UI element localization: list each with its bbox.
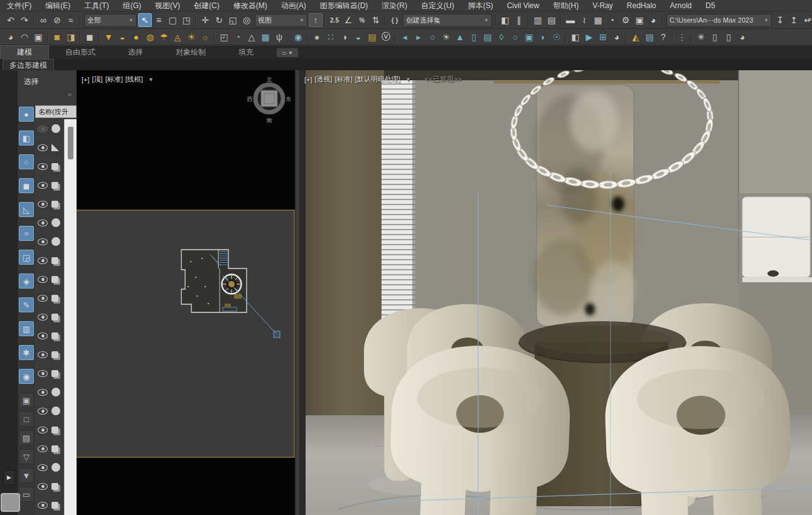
window1-icon[interactable]: ◧ [569,30,582,44]
camera-add-icon[interactable]: ◂ [398,30,412,44]
eye-icon[interactable] [38,144,48,151]
filter-frozen-icon[interactable]: ✱ [19,345,34,360]
eye-icon[interactable] [38,201,48,208]
collapse-chevrons[interactable]: » [68,90,72,98]
top-viewport-canvas[interactable]: 北 东 南 西 [77,70,295,515]
menu-item-vray[interactable]: V-Ray [585,1,620,10]
menu-item-animation[interactable]: 动画(A) [274,1,313,11]
tree-icon[interactable]: ▲ [453,30,467,44]
eye-icon[interactable] [38,220,48,226]
viewport-label-part-1[interactable]: [透视] [315,75,333,84]
door-icon[interactable]: ▯ [467,30,481,44]
eye-icon[interactable] [38,389,48,396]
list-item[interactable] [35,213,64,232]
bulb2-icon[interactable]: ☉ [550,30,564,44]
menu-item-civil-view[interactable]: Civil View [500,1,547,10]
export-file-icon[interactable]: ↥ [787,13,801,27]
video-camera-icon[interactable]: ◼ [83,30,97,44]
filter-cameras-icon[interactable]: ◼ [19,178,34,193]
wall-left[interactable] [306,70,384,459]
rotate-icon[interactable]: ↻ [212,13,226,27]
list-icon[interactable]: ▤ [643,30,656,44]
render-teapot-icon[interactable]: ◕ [4,30,18,44]
palette-icon[interactable]: ◑ [338,30,351,44]
filter-bones-icon[interactable]: ✎ [19,297,34,312]
menu-item-file[interactable]: 文件(F) [0,1,38,11]
menu-item-create[interactable]: 创建(C) [187,1,227,11]
sun-light-icon[interactable]: ☀ [184,30,198,44]
blank-swatch-icon[interactable]: □ [19,411,34,427]
menu-item-d5[interactable]: D5 [698,1,722,10]
expand-arrow-button[interactable]: ▶ [3,470,15,485]
project-path-combo[interactable]: C:\Users\An⋯ds Max 2023▼ [666,14,772,27]
sun2-icon[interactable]: ☀ [439,30,453,44]
move-icon[interactable]: ✛ [198,13,212,27]
menu-item-rendering[interactable]: 渲染(R) [375,1,414,11]
eye-icon[interactable] [38,445,48,452]
settings-alt-icon[interactable]: ▤ [19,430,34,445]
menu-item-group[interactable]: 组(G) [116,1,148,11]
viewport-top[interactable]: [+][顶][标准][线框]▼ [77,70,295,515]
align-icon[interactable]: ∥ [512,13,526,27]
bell-alert-icon[interactable]: ◭ [629,30,643,44]
book-icon[interactable]: ▤ [481,30,494,44]
viewport-label-part-3[interactable]: [默认明暗处理] [355,75,400,84]
list-item[interactable] [35,326,64,345]
list-item[interactable] [35,307,64,326]
list-item[interactable] [35,458,64,477]
render-icon[interactable]: ◕ [646,13,660,27]
ring-icon[interactable]: ○ [508,30,522,44]
viewport-label-part-2[interactable]: [标准] [335,75,353,84]
angle-snap-icon[interactable]: ∠ [341,13,355,27]
menu-item-redhalo[interactable]: RedHalo [620,1,663,10]
eye-icon[interactable] [38,370,48,377]
window-split-icon[interactable]: ⊞ [596,30,610,44]
percent-snap-icon[interactable]: % [355,13,369,27]
link-icon[interactable]: ∞ [36,13,50,27]
eye-icon[interactable] [38,427,48,433]
mirror-icon[interactable]: ◧ [498,13,512,27]
list-item[interactable] [35,251,64,270]
menu-item-customize[interactable]: 自定义(U) [414,1,461,11]
menu-item-arnold[interactable]: Arnold [663,1,699,10]
list-item[interactable] [35,157,64,176]
sphere-monitor-icon[interactable]: ◒ [351,30,365,44]
list-item[interactable] [35,401,64,420]
frame-photo-icon[interactable]: ▣ [31,30,45,44]
eye-icon[interactable] [38,125,48,132]
menu-item-tools[interactable]: 工具(T) [77,1,115,11]
redo-icon[interactable]: ↷ [18,13,31,27]
target-light-icon[interactable]: ▼ [102,30,115,44]
menu-item-edit[interactable]: 编辑(E) [38,1,77,11]
scene-explorer-scrollbar[interactable] [64,119,77,515]
window-crossing-icon[interactable]: ◳ [179,13,193,27]
filter-containers-icon[interactable]: ▥ [19,321,34,336]
bind-spacewarp-icon[interactable]: ≈ [64,13,78,27]
tab-freeform[interactable]: 自由形式 [49,46,112,59]
vray-logo-icon[interactable]: Ⓥ [379,30,393,44]
undo-icon[interactable]: ↶ [4,13,18,27]
placement-icon[interactable]: ◎ [240,13,254,27]
layer-explorer-icon[interactable]: ▤ [545,13,558,27]
geosphere-light-icon[interactable]: ◍ [143,30,157,44]
rect-region-icon[interactable]: ▢ [166,13,179,27]
scale-icon[interactable]: ◱ [226,13,240,27]
arch-dome-icon[interactable]: ◠ [18,30,31,44]
grass-icon[interactable]: ψ [272,30,286,44]
pie-chart-icon[interactable]: ◔ [231,30,245,44]
eye-icon[interactable] [38,238,48,245]
vray-buffer-icon[interactable]: ✳ [694,30,708,44]
filter-hidden-icon[interactable]: ◉ [19,369,34,384]
ies-light-icon[interactable]: ◬ [171,30,184,44]
eye-icon[interactable] [38,464,48,471]
eye-icon[interactable] [38,483,48,490]
schematic-view-icon[interactable]: ▦ [591,13,605,27]
eye-icon[interactable] [38,314,48,321]
bitmap-folder-icon[interactable]: ▤ [365,30,379,44]
material-editor-icon[interactable]: ◔ [605,13,619,27]
ref-coord-dropdown[interactable]: 视图▼ [255,14,307,27]
roller-blind[interactable] [382,80,415,322]
render-setup-icon[interactable]: ⚙ [619,13,633,27]
filter-xrefs-icon[interactable]: ◈ [19,273,34,289]
list-item[interactable] [35,289,64,307]
